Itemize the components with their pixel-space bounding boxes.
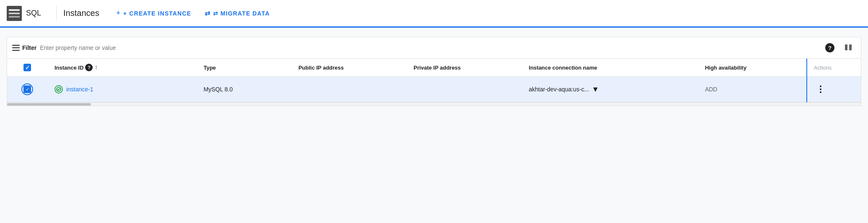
svg-point-10 xyxy=(820,86,821,87)
th-instance-id: Instance ID ? ↑ xyxy=(48,59,197,77)
row-select-checkbox[interactable]: ✓ xyxy=(21,83,33,95)
create-instance-label: + CREATE INSTANCE xyxy=(123,10,191,17)
connection-chevron-icon[interactable]: ▼ xyxy=(592,85,599,94)
row-actions-cell xyxy=(807,77,861,102)
th-connection-name: Instance connection name xyxy=(522,59,698,77)
row-checkmark-icon: ✓ xyxy=(26,87,29,92)
create-icon: + xyxy=(116,9,121,18)
row-checkbox-cell: ✓ xyxy=(7,77,48,102)
svg-rect-3 xyxy=(9,16,20,18)
row-private-ip-cell xyxy=(407,77,522,102)
row-type-cell: MySQL 8.0 xyxy=(197,77,291,102)
th-public-ip: Public IP address xyxy=(292,59,407,77)
instances-table-element: ✓ Instance ID ? ↑ Type Public IP address… xyxy=(7,59,861,102)
filter-label: Filter xyxy=(22,44,36,51)
row-instance-id-cell: instance-1 xyxy=(48,77,197,102)
instance-id-label: Instance ID xyxy=(55,65,83,71)
connection-name-text: akhtar-dev-aqua:us-c... xyxy=(529,86,589,93)
logo-text: SQL xyxy=(26,9,41,18)
migrate-icon: ⇄ xyxy=(205,9,211,17)
page-title: Instances xyxy=(63,8,109,18)
row-more-actions-button[interactable] xyxy=(814,83,827,96)
svg-rect-7 xyxy=(845,44,847,50)
help-button[interactable]: ? xyxy=(822,40,837,55)
table-row: ✓ instance-1 xyxy=(7,77,861,102)
header-divider xyxy=(56,6,57,21)
th-actions: Actions xyxy=(807,59,861,77)
table-header-row: ✓ Instance ID ? ↑ Type Public IP address… xyxy=(7,59,861,77)
filter-actions: ? xyxy=(822,40,856,55)
main-content: Filter ? xyxy=(0,27,868,106)
ha-add-link[interactable]: ADD xyxy=(705,86,717,93)
row-public-ip-cell xyxy=(292,77,407,102)
columns-button[interactable] xyxy=(841,40,856,55)
svg-rect-8 xyxy=(849,44,852,50)
svg-point-11 xyxy=(820,88,821,90)
table-scrollbar[interactable] xyxy=(7,102,861,106)
svg-rect-2 xyxy=(9,13,20,14)
migrate-data-button[interactable]: ⇄ ⇄ MIGRATE DATA xyxy=(198,6,276,21)
filter-bar: Filter ? xyxy=(7,37,861,59)
th-high-availability: High availability xyxy=(698,59,807,77)
svg-rect-4 xyxy=(12,45,20,46)
filter-input[interactable] xyxy=(40,44,822,51)
filter-icon-area: Filter xyxy=(12,44,36,51)
top-bar: SQL Instances + + CREATE INSTANCE ⇄ ⇄ MI… xyxy=(0,0,868,27)
row-connection-name-cell: akhtar-dev-aqua:us-c... ▼ xyxy=(522,77,698,102)
scrollbar-thumb xyxy=(7,103,91,106)
th-checkbox: ✓ xyxy=(7,59,48,77)
svg-point-12 xyxy=(820,91,821,93)
help-icon: ? xyxy=(825,43,834,52)
th-type: Type xyxy=(197,59,291,77)
filter-icon xyxy=(12,45,20,51)
row-checkbox-inner: ✓ xyxy=(23,86,31,93)
instance-status-icon xyxy=(55,85,63,93)
row-ha-cell: ADD xyxy=(698,77,807,102)
instance-id-sort-icon[interactable]: ↑ xyxy=(94,64,98,71)
svg-rect-5 xyxy=(12,47,20,48)
columns-icon xyxy=(844,43,852,53)
svg-rect-1 xyxy=(9,9,20,11)
sql-logo-icon xyxy=(7,6,22,21)
instance-id-link[interactable]: instance-1 xyxy=(66,86,94,93)
table-body: ✓ instance-1 xyxy=(7,77,861,102)
create-instance-button[interactable]: + + CREATE INSTANCE xyxy=(109,5,198,21)
checkmark-icon: ✓ xyxy=(25,65,30,71)
svg-rect-6 xyxy=(12,50,20,51)
migrate-data-label: ⇄ MIGRATE DATA xyxy=(213,10,270,17)
instance-id-help-icon[interactable]: ? xyxy=(85,64,93,71)
th-private-ip: Private IP address xyxy=(407,59,522,77)
logo-area: SQL xyxy=(7,6,49,21)
select-all-checkbox[interactable]: ✓ xyxy=(23,64,31,71)
instances-table: ✓ Instance ID ? ↑ Type Public IP address… xyxy=(7,59,861,106)
